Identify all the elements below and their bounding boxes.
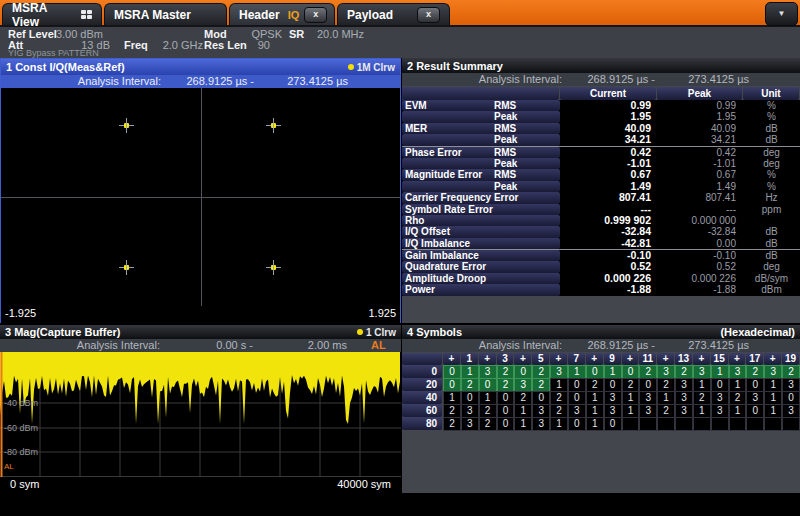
y-tick--80: -80 dBm (4, 447, 38, 457)
symbol-cell: 0 (586, 365, 604, 379)
symbol-cell: 1 (729, 378, 747, 392)
analysis-interval-bar: Analysis Interval: 0.00 s - 2.00 ms AL (0, 339, 401, 352)
mag-capture-panel: 3 Mag(Capture Buffer) 1 Clrw Analysis In… (0, 325, 401, 493)
symbol-cell: 2 (657, 404, 675, 418)
current-value: 807.41 (560, 192, 657, 203)
tab-payload[interactable]: Payload x (337, 3, 450, 25)
symbol-cell: 2 (443, 404, 461, 418)
symbol-cell: 2 (550, 391, 568, 405)
mag-panel-titlebar[interactable]: 3 Mag(Capture Buffer) 1 Clrw (0, 325, 401, 339)
symbol-cell: 2 (461, 378, 479, 392)
x-end-label: 40000 sym (337, 478, 391, 494)
symbol-cell: 0 (443, 365, 461, 379)
close-tab-icon[interactable]: x (417, 7, 440, 23)
al-marker-label: AL (4, 462, 14, 471)
analyzer-screen: MSRA View MSRA Master Header IQ x Payloa… (0, 0, 800, 516)
symbol-cell: 2 (675, 365, 693, 379)
symbol-cell: 2 (657, 378, 675, 392)
unit-value: % (743, 169, 800, 180)
tab-msra-view[interactable]: MSRA View (2, 3, 102, 25)
interval-end: 273.4125 µs (254, 75, 348, 88)
result-row: Peak34.2134.21dB (402, 134, 800, 145)
symbol-cell (675, 417, 693, 431)
symbol-cell: 3 (675, 378, 693, 392)
result-row: Magnitude ErrorRMS0.670.67% (402, 169, 800, 180)
symbol-cell: 0 (532, 391, 550, 405)
interval-start: 0.00 s - (160, 339, 253, 352)
trace-label: 1M Clrw (357, 62, 395, 73)
symbols-col-header: 19 (782, 353, 799, 365)
peak-value: 0.67 (657, 169, 743, 180)
result-row-label: I/Q Imbalance (402, 238, 560, 249)
symbols-col-header: 15 (711, 353, 728, 365)
symbols-col-header: 3 (497, 353, 514, 365)
current-value: -42.81 (560, 238, 657, 249)
symbol-cell: 2 (586, 378, 604, 392)
symbol-cell: 3 (711, 404, 729, 418)
unit-value (743, 215, 800, 226)
result-row-label: Peak (402, 134, 560, 145)
col-peak: Peak (657, 87, 742, 100)
peak-value: 1.49 (657, 181, 743, 192)
close-tab-icon[interactable]: x (304, 7, 327, 23)
current-value: -1.88 (560, 284, 657, 295)
interval-start: 268.9125 µs - (161, 75, 254, 88)
tab-msra-master[interactable]: MSRA Master (104, 3, 227, 25)
analysis-interval-label: Analysis Interval: (0, 339, 160, 352)
y-tick--40: -40 dBm (4, 398, 38, 408)
symbol-cell (657, 417, 675, 431)
mag-plot-svg: -40 dBm -60 dBm -80 dBm AL (0, 352, 401, 477)
symbol-cell: 3 (729, 365, 747, 379)
result-row: Amplitude Droop0.000 2260.000 226dB/sym (402, 273, 800, 284)
unit-value: dB (743, 250, 800, 261)
sr-value: 20.0 MHz (308, 28, 364, 40)
symbol-cell: 0 (782, 391, 800, 405)
trace-dot-icon (357, 329, 363, 335)
symbol-cell: 1 (729, 404, 747, 418)
symbol-cell: 3 (461, 417, 479, 431)
symbols-col-header: + (479, 353, 496, 365)
symbol-cell: 2 (479, 417, 497, 431)
symbols-row: 4010102020131313232310 (402, 391, 800, 404)
tab-bar: MSRA View MSRA Master Header IQ x Payloa… (0, 0, 800, 27)
symbol-cell: 0 (514, 365, 532, 379)
chevron-down-icon[interactable]: ▼ (765, 2, 798, 26)
unit-value: dB (743, 238, 800, 249)
result-row: Carrier Frequency Error807.41807.41Hz (402, 192, 800, 203)
peak-value: 0.99 (657, 100, 743, 111)
symbol-cell: 1 (550, 378, 568, 392)
symbol-cell: 3 (604, 404, 622, 418)
symbol-cell: 3 (550, 365, 568, 379)
mag-plot: -40 dBm -60 dBm -80 dBm AL (0, 352, 401, 477)
symbols-panel-titlebar[interactable]: 4 Symbols (Hexadecimal) (402, 325, 800, 339)
symbol-cell: 1 (622, 404, 640, 418)
symbol-cell: 2 (729, 391, 747, 405)
unit-value: % (743, 181, 800, 192)
panel-title: 4 Symbols (407, 326, 462, 338)
symbol-cell: 3 (711, 391, 729, 405)
grid-hline (1, 197, 400, 198)
symbol-cell: 2 (693, 391, 711, 405)
symbol-cell: 3 (675, 404, 693, 418)
result-panel-titlebar[interactable]: 2 Result Summary (402, 58, 800, 73)
result-row-label: Peak (402, 158, 560, 169)
symbols-row: 6023201323131323131013 (402, 404, 800, 417)
peak-value: 1.95 (657, 111, 743, 122)
peak-value: 40.09 (657, 123, 743, 134)
symbol-cell: 2 (782, 365, 800, 379)
symbol-cell: 1 (622, 391, 640, 405)
symbols-col-header: + (729, 353, 746, 365)
unit-value: dBm (743, 284, 800, 295)
constellation-panel-titlebar[interactable]: 1 Const I/Q(Meas&Ref) 1M Clrw (1, 59, 400, 75)
header-spacer (402, 87, 559, 100)
result-row: Peak-1.01-1.01deg (402, 158, 800, 169)
symbol-cell: 0 (604, 417, 622, 431)
analysis-interval-label: Analysis Interval: (402, 339, 562, 352)
symbol-cell: 2 (622, 378, 640, 392)
result-row: MERRMS40.0940.09dB (402, 123, 800, 134)
tab-header[interactable]: Header IQ x (229, 3, 335, 25)
symbols-corner-cell (402, 353, 442, 365)
symbols-col-header: + (693, 353, 710, 365)
current-value: 34.21 (560, 134, 657, 145)
result-row-label: Peak (402, 111, 560, 122)
